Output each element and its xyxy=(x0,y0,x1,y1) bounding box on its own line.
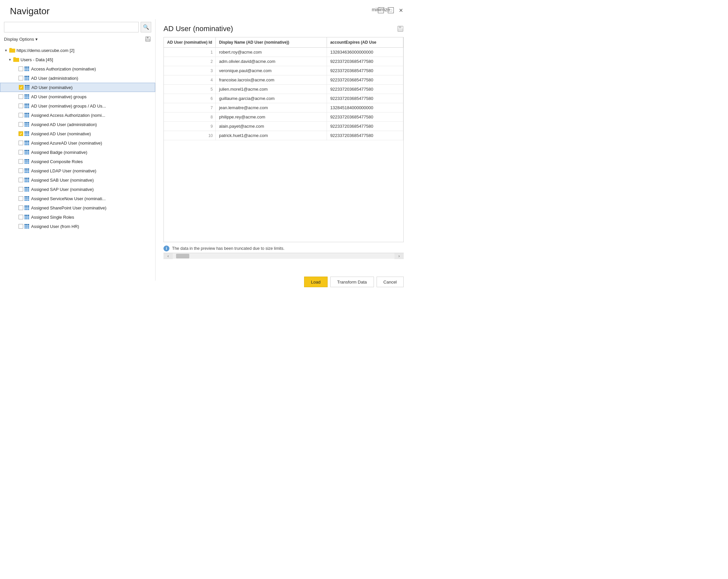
list-item[interactable]: Assigned Single Roles xyxy=(0,212,155,222)
tree-item-checkbox[interactable] xyxy=(19,94,23,99)
table-icon xyxy=(25,168,30,173)
tree-item-checkbox[interactable] xyxy=(19,67,23,71)
display-options-label: Display Options xyxy=(4,37,34,42)
list-item[interactable]: Access Authorization (nominative) xyxy=(0,64,155,74)
tree-item-label: Assigned Composite Roles xyxy=(31,159,83,164)
tree-item-label: Assigned Access Authorization (nomi... xyxy=(31,113,105,118)
truncated-text: The data in the preview has been truncat… xyxy=(172,246,285,251)
tree-root-item[interactable]: ▼ https://demo.usercube.com [2] xyxy=(0,46,155,55)
list-item[interactable]: Assigned AD User (administration) xyxy=(0,120,155,129)
tree-item-checkbox-checked[interactable] xyxy=(19,131,23,136)
row-col1: robert.roy@acme.com xyxy=(216,48,327,57)
tree-item-checkbox[interactable] xyxy=(19,140,23,145)
table-row: 6 guillaume.garcia@acme.com 922337203685… xyxy=(164,94,404,103)
svg-rect-4 xyxy=(399,26,401,28)
row-col2: 922337203685477580 xyxy=(327,85,403,94)
tree-item-checkbox[interactable] xyxy=(19,76,23,80)
transform-data-button[interactable]: Transform Data xyxy=(330,277,374,287)
preview-header: AD User (nominative) xyxy=(163,25,404,33)
scroll-thumb[interactable] xyxy=(176,254,189,258)
tree-group-users-data[interactable]: ▼ Users - Data [45] xyxy=(0,55,155,64)
right-panel: AD User (nominative) AD User (nominative… xyxy=(156,19,410,281)
list-item[interactable]: Assigned ServiceNow User (nominati... xyxy=(0,194,155,203)
table-icon xyxy=(25,140,30,145)
row-col1: alain.payet@acme.com xyxy=(216,122,327,131)
row-number: 4 xyxy=(164,75,216,85)
maximize-button[interactable]: □ xyxy=(388,7,394,13)
scroll-right-button[interactable]: › xyxy=(394,253,404,259)
tree-item-checkbox-checked[interactable] xyxy=(19,85,24,90)
table-row: 1 robert.roy@acme.com 132834636000000000 xyxy=(164,48,404,57)
expand-arrow-icon: ▼ xyxy=(8,58,12,61)
search-button[interactable]: 🔍 xyxy=(140,22,151,32)
list-item[interactable]: AD User (administration) xyxy=(0,74,155,83)
tree-item-checkbox[interactable] xyxy=(19,159,23,164)
display-options-button[interactable]: Display Options ▾ xyxy=(4,36,38,42)
tree-item-selected[interactable]: AD User (nominative) xyxy=(0,83,155,92)
list-item[interactable]: Assigned SharePoint User (nominative) xyxy=(0,203,155,212)
list-item[interactable]: Assigned AD User (nominative) xyxy=(0,129,155,138)
tree-item-checkbox[interactable] xyxy=(19,104,23,108)
list-item[interactable]: Assigned Access Authorization (nomi... xyxy=(0,110,155,120)
tree-item-checkbox[interactable] xyxy=(19,206,23,210)
scroll-left-button[interactable]: ‹ xyxy=(163,253,173,259)
row-number: 5 xyxy=(164,85,216,94)
preview-save-icon[interactable] xyxy=(397,25,404,32)
tree-item-label: Assigned SAB User (nominative) xyxy=(31,178,94,183)
row-col1: adm.olivier.david@acme.com xyxy=(216,57,327,66)
row-col2: 922337203685477580 xyxy=(327,94,403,103)
list-item[interactable]: Assigned SAB User (nominative) xyxy=(0,175,155,185)
folder-icon xyxy=(13,57,19,62)
row-col1: guillaume.garcia@acme.com xyxy=(216,94,327,103)
row-number: 1 xyxy=(164,48,216,57)
list-item[interactable]: AD User (nominative) groups / AD Us... xyxy=(0,101,155,110)
table-icon xyxy=(25,224,30,229)
svg-rect-5 xyxy=(398,29,403,31)
row-number: 7 xyxy=(164,103,216,112)
horizontal-scrollbar[interactable]: ‹ › xyxy=(163,253,404,259)
table-icon xyxy=(25,76,30,80)
tree-item-checkbox[interactable] xyxy=(19,113,23,117)
tree-item-checkbox[interactable] xyxy=(19,168,23,173)
tree-item-label: Assigned User (from HR) xyxy=(31,224,79,229)
tree-item-checkbox[interactable] xyxy=(19,178,23,182)
list-item[interactable]: Assigned AzureAD User (nominative) xyxy=(0,138,155,148)
row-number: 10 xyxy=(164,131,216,140)
tree-item-label: AD User (administration) xyxy=(31,76,78,81)
preview-table: AD User (nominative) Id Display Name (AD… xyxy=(164,37,404,140)
list-item[interactable]: AD User (nominative) groups xyxy=(0,92,155,101)
row-number: 3 xyxy=(164,66,216,75)
tree-item-label: Assigned LDAP User (nominative) xyxy=(31,168,96,174)
search-input[interactable] xyxy=(4,22,139,32)
load-button[interactable]: Load xyxy=(304,277,328,287)
tree-item-checkbox[interactable] xyxy=(19,196,23,201)
minimize-button[interactable]: minimize xyxy=(378,7,384,13)
row-col2: 922337203685477580 xyxy=(327,122,403,131)
list-item[interactable]: Assigned LDAP User (nominative) xyxy=(0,166,155,175)
list-item[interactable]: Assigned SAP User (nominative) xyxy=(0,185,155,194)
table-icon xyxy=(25,150,30,155)
save-icon[interactable] xyxy=(145,36,151,42)
tree-item-label: Access Authorization (nominative) xyxy=(31,67,96,72)
row-col2: 922337203685477580 xyxy=(327,57,403,66)
list-item[interactable]: Assigned Badge (nominative) xyxy=(0,148,155,157)
search-area: 🔍 xyxy=(0,19,155,34)
display-options-row: Display Options ▾ xyxy=(0,34,155,44)
tree-item-checkbox[interactable] xyxy=(19,215,23,219)
list-item[interactable]: Assigned Composite Roles xyxy=(0,157,155,166)
tree-item-checkbox[interactable] xyxy=(19,122,23,127)
svg-rect-2 xyxy=(146,39,150,41)
tree-item-checkbox[interactable] xyxy=(19,224,23,229)
list-item[interactable]: Assigned User (from HR) xyxy=(0,222,155,231)
cancel-button[interactable]: Cancel xyxy=(376,277,404,287)
row-col1: patrick.huet1@acme.com xyxy=(216,131,327,140)
row-col2: 922337203685477580 xyxy=(327,66,403,75)
close-button[interactable]: ✕ xyxy=(398,7,404,13)
tree-item-checkbox[interactable] xyxy=(19,187,23,191)
row-col1: veronique.paul@acme.com xyxy=(216,66,327,75)
tree-item-label: AD User (nominative) xyxy=(31,85,73,90)
row-col1: philippe.rey@acme.com xyxy=(216,112,327,122)
tree-item-checkbox[interactable] xyxy=(19,150,23,155)
tree-group-label: Users - Data [45] xyxy=(21,57,53,62)
preview-title: AD User (nominative) xyxy=(163,25,233,33)
